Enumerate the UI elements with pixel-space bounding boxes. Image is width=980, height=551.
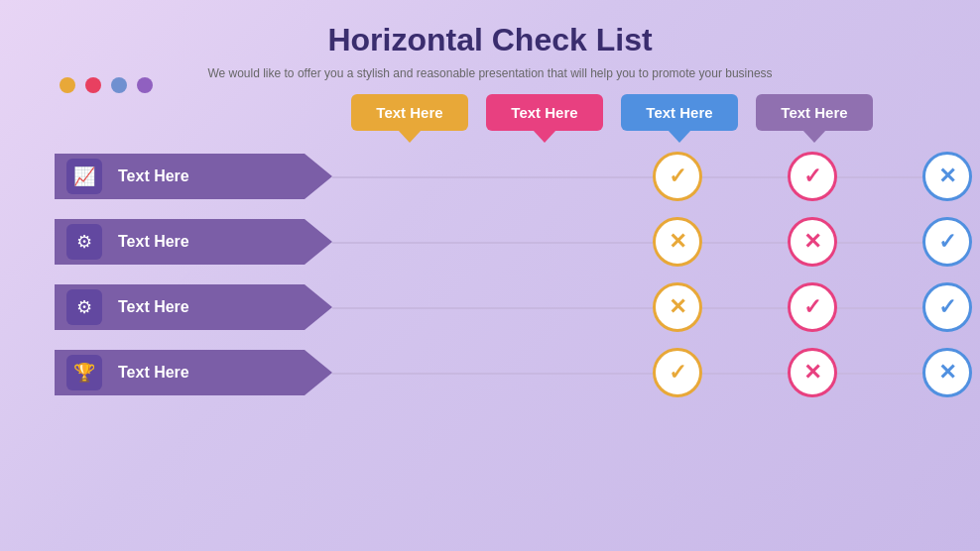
- col-label-2: Text Here: [511, 104, 577, 121]
- check-circle: ✕: [788, 348, 837, 397]
- check-symbol: ✕: [669, 229, 686, 255]
- data-row-1: ⚙Text Here✕✕✓✓: [55, 212, 925, 272]
- check-symbol: ✓: [938, 229, 956, 255]
- cell-2-2: ✓: [880, 282, 980, 332]
- col-header-1: Text Here: [350, 94, 469, 131]
- check-circle: ✕: [653, 217, 702, 267]
- col-header-2: Text Here: [485, 94, 604, 131]
- col-header-3: Text Here: [620, 94, 739, 131]
- check-circle: ✓: [653, 348, 702, 397]
- check-symbol: ✕: [803, 229, 821, 255]
- check-circle: ✓: [653, 152, 702, 201]
- callout-orange: Text Here: [351, 94, 468, 131]
- data-row-2: ⚙Text Here✕✓✓✕: [55, 277, 925, 337]
- circles-row-0: ✓✓✕✕: [610, 152, 980, 201]
- row-label-0: 📈Text Here: [55, 154, 332, 199]
- check-symbol: ✓: [803, 294, 821, 320]
- dot-1: [60, 77, 75, 93]
- cell-2-1: ✓: [745, 282, 880, 332]
- dot-3: [111, 77, 127, 93]
- col-label-3: Text Here: [646, 104, 712, 121]
- circles-row-1: ✕✕✓✓: [610, 217, 980, 267]
- col-header-4: Text Here: [755, 94, 874, 131]
- cell-0-2: ✕: [880, 152, 980, 201]
- check-circle: ✕: [788, 217, 837, 267]
- check-symbol: ✕: [938, 164, 956, 189]
- row-label-text: Text Here: [118, 167, 189, 185]
- callout-pink: Text Here: [486, 94, 603, 131]
- check-circle: ✕: [922, 152, 972, 201]
- circles-row-3: ✓✕✕✓: [610, 348, 980, 397]
- check-circle: ✓: [922, 282, 972, 332]
- check-symbol: ✕: [669, 294, 686, 320]
- check-symbol: ✓: [938, 294, 956, 320]
- check-symbol: ✓: [669, 164, 686, 189]
- page-title: Horizontal Check List: [0, 0, 980, 58]
- dot-4: [137, 77, 153, 93]
- row-icon: 📈: [66, 159, 102, 194]
- circles-row-2: ✕✓✓✕: [610, 282, 980, 332]
- col-label-4: Text Here: [781, 104, 847, 121]
- cell-3-1: ✕: [745, 348, 880, 397]
- row-label-2: ⚙Text Here: [55, 284, 332, 330]
- row-icon: ⚙: [66, 289, 102, 325]
- check-symbol: ✕: [938, 360, 956, 386]
- rows-area: 📈Text Here✓✓✕✕⚙Text Here✕✕✓✓⚙Text Here✕✓…: [55, 147, 925, 402]
- cell-1-2: ✓: [880, 217, 980, 267]
- cell-0-1: ✓: [745, 152, 880, 201]
- check-symbol: ✕: [803, 360, 821, 386]
- check-circle: ✕: [653, 282, 702, 332]
- check-symbol: ✓: [803, 164, 821, 189]
- header-row: Text Here Text Here Text Here Text Here: [342, 94, 925, 131]
- row-label-text: Text Here: [118, 364, 189, 382]
- row-label-3: 🏆Text Here: [55, 350, 332, 395]
- check-circle: ✓: [788, 152, 837, 201]
- row-icon: ⚙: [66, 224, 102, 260]
- row-label-1: ⚙Text Here: [55, 219, 332, 265]
- cell-1-1: ✕: [745, 217, 880, 267]
- cell-2-0: ✕: [610, 282, 745, 332]
- main-layout: Text Here Text Here Text Here Text Here …: [0, 94, 980, 402]
- check-circle: ✓: [788, 282, 837, 332]
- cell-0-0: ✓: [610, 152, 745, 201]
- row-label-text: Text Here: [118, 233, 189, 251]
- cell-3-2: ✕: [880, 348, 980, 397]
- callout-blue: Text Here: [621, 94, 738, 131]
- data-row-0: 📈Text Here✓✓✕✕: [55, 147, 925, 206]
- col-label-1: Text Here: [376, 104, 442, 121]
- callout-mauve: Text Here: [756, 94, 873, 131]
- dot-2: [85, 77, 101, 93]
- check-symbol: ✓: [669, 360, 686, 386]
- data-row-3: 🏆Text Here✓✕✕✓: [55, 343, 925, 402]
- row-icon: 🏆: [66, 355, 102, 390]
- decorative-dots: [60, 77, 153, 93]
- row-label-text: Text Here: [118, 298, 189, 316]
- check-circle: ✕: [922, 348, 972, 397]
- cell-3-0: ✓: [610, 348, 745, 397]
- check-circle: ✓: [922, 217, 972, 267]
- cell-1-0: ✕: [610, 217, 745, 267]
